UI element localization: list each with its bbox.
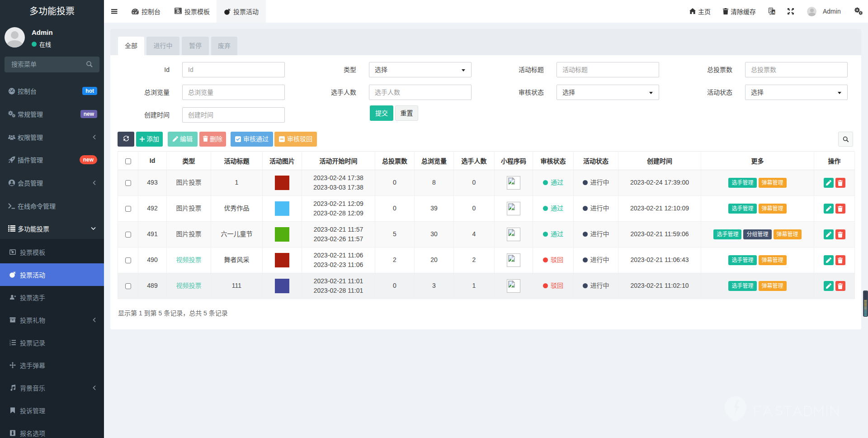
svg-text:3: 3 — [9, 344, 11, 346]
svg-text:A: A — [772, 10, 775, 14]
